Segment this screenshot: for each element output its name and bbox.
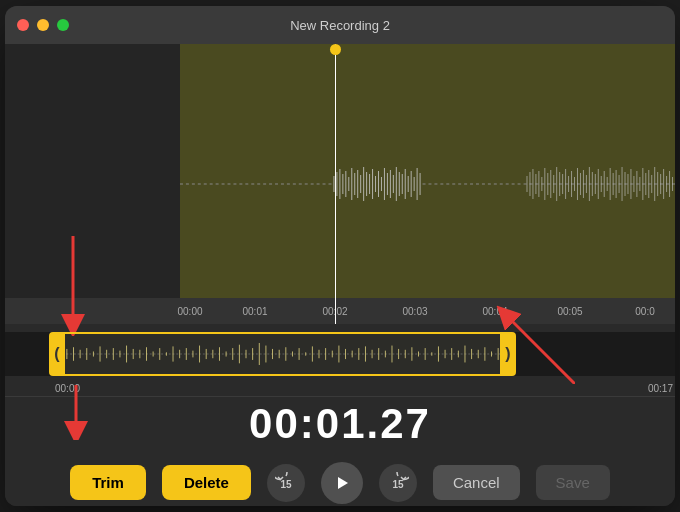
svg-rect-29 — [417, 168, 418, 200]
svg-rect-73 — [648, 170, 649, 198]
svg-rect-30 — [420, 173, 421, 195]
svg-rect-50 — [580, 173, 581, 195]
svg-rect-43 — [559, 172, 560, 196]
svg-rect-40 — [550, 170, 551, 198]
svg-rect-68 — [633, 176, 634, 192]
svg-rect-23 — [399, 172, 400, 196]
trim-handle-right[interactable]: ) — [500, 332, 516, 376]
title-bar: New Recording 2 — [5, 6, 675, 44]
svg-rect-18 — [384, 168, 385, 200]
svg-rect-10 — [360, 175, 361, 193]
window-title: New Recording 2 — [290, 18, 390, 33]
svg-rect-15 — [375, 176, 376, 192]
svg-rect-45 — [565, 169, 566, 199]
skip-forward-button[interactable]: 15 — [379, 464, 417, 502]
svg-rect-2 — [336, 172, 337, 196]
trim-handle-left[interactable]: ( — [49, 332, 65, 376]
skip-back-icon: 15 — [275, 472, 297, 494]
svg-rect-22 — [396, 167, 397, 201]
svg-marker-155 — [338, 477, 348, 489]
svg-rect-41 — [553, 175, 554, 193]
time-marker-5: 00:05 — [557, 306, 582, 317]
svg-rect-16 — [378, 171, 379, 197]
svg-rect-19 — [387, 173, 388, 195]
svg-rect-55 — [595, 174, 596, 194]
svg-rect-49 — [577, 168, 578, 200]
svg-rect-5 — [345, 171, 346, 197]
left-handle-paren: ( — [54, 345, 59, 363]
right-handle-paren: ) — [505, 345, 510, 363]
svg-rect-27 — [411, 171, 412, 197]
svg-rect-37 — [541, 177, 542, 191]
svg-rect-81 — [672, 177, 673, 191]
svg-rect-48 — [574, 177, 575, 191]
svg-rect-60 — [610, 168, 611, 200]
svg-rect-14 — [372, 169, 373, 199]
time-marker-6: 00:0 — [635, 306, 654, 317]
svg-rect-62 — [616, 170, 617, 198]
svg-rect-76 — [657, 172, 658, 196]
svg-rect-4 — [342, 174, 343, 194]
svg-rect-80 — [669, 171, 670, 197]
svg-rect-51 — [583, 170, 584, 198]
svg-rect-65 — [625, 172, 626, 196]
trim-bracket[interactable]: ( ) — [55, 332, 510, 376]
svg-rect-35 — [535, 174, 536, 194]
svg-rect-61 — [613, 173, 614, 195]
svg-rect-44 — [562, 174, 563, 194]
controls-area: 00:01.27 Trim Delete 15 15 — [5, 396, 675, 506]
svg-rect-42 — [556, 167, 557, 201]
svg-rect-25 — [405, 169, 406, 199]
trim-time-end: 00:17 — [648, 383, 673, 394]
svg-rect-38 — [544, 168, 545, 200]
waveform-left-panel — [5, 44, 180, 324]
svg-rect-36 — [538, 171, 539, 197]
svg-rect-70 — [639, 177, 640, 191]
minimize-button[interactable] — [37, 19, 49, 31]
svg-rect-39 — [547, 173, 548, 195]
svg-rect-33 — [529, 172, 530, 196]
skip-back-button[interactable]: 15 — [267, 464, 305, 502]
svg-rect-52 — [586, 175, 587, 193]
waveform-main[interactable] — [180, 44, 675, 324]
svg-rect-63 — [619, 175, 620, 193]
svg-rect-69 — [636, 171, 637, 197]
svg-rect-57 — [601, 176, 602, 192]
svg-rect-74 — [651, 175, 652, 193]
time-marker-0: 00:00 — [177, 306, 202, 317]
svg-rect-34 — [532, 169, 533, 199]
main-window: New Recording 2 — [5, 6, 675, 506]
time-marker-1: 00:01 — [242, 306, 267, 317]
trim-time-start: 00:00 — [55, 383, 80, 394]
svg-rect-26 — [408, 176, 409, 192]
skip-forward-icon: 15 — [387, 472, 409, 494]
playhead-line — [335, 44, 336, 324]
trim-button[interactable]: Trim — [70, 465, 146, 500]
svg-rect-12 — [366, 172, 367, 196]
svg-text:15: 15 — [280, 478, 292, 489]
delete-button[interactable]: Delete — [162, 465, 251, 500]
svg-rect-32 — [527, 176, 528, 192]
maximize-button[interactable] — [57, 19, 69, 31]
waveform-svg — [180, 124, 675, 244]
svg-rect-3 — [339, 169, 340, 199]
close-button[interactable] — [17, 19, 29, 31]
svg-rect-21 — [393, 175, 394, 193]
svg-rect-13 — [369, 174, 370, 194]
svg-rect-46 — [568, 176, 569, 192]
svg-text:15: 15 — [392, 478, 404, 489]
cancel-button[interactable]: Cancel — [433, 465, 520, 500]
playhead-dot — [330, 44, 341, 55]
save-button[interactable]: Save — [536, 465, 610, 500]
svg-rect-6 — [348, 177, 349, 191]
waveform-area[interactable]: 00:00 00:01 00:02 00:03 00:04 00:05 00:0 — [5, 44, 675, 324]
svg-rect-9 — [357, 170, 358, 198]
svg-rect-75 — [654, 167, 655, 201]
svg-rect-79 — [666, 176, 667, 192]
svg-rect-64 — [622, 167, 623, 201]
play-button[interactable] — [321, 462, 363, 504]
svg-rect-20 — [390, 170, 391, 198]
svg-rect-56 — [598, 169, 599, 199]
play-icon — [334, 475, 350, 491]
trim-strip-container[interactable]: ( ) 00:00 00:17 — [5, 324, 675, 396]
